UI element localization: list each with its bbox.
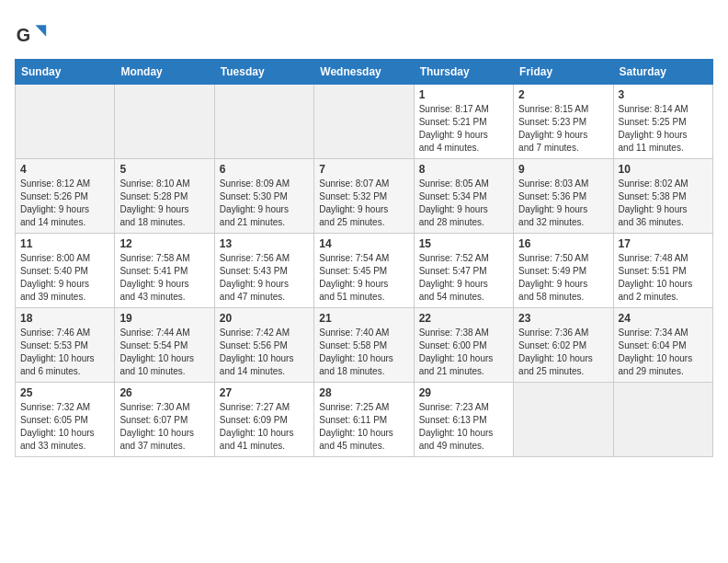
- column-header-friday: Friday: [514, 60, 613, 85]
- day-number: 27: [220, 386, 309, 399]
- calendar-cell: 24Sunrise: 7:34 AMSunset: 6:04 PMDayligh…: [613, 308, 712, 383]
- calendar-week-row: 4Sunrise: 8:12 AMSunset: 5:26 PMDaylight…: [16, 159, 713, 234]
- day-info: Sunrise: 8:17 AMSunset: 5:21 PMDaylight:…: [419, 103, 508, 155]
- calendar-cell: [613, 383, 712, 457]
- day-number: 25: [20, 386, 109, 399]
- day-number: 1: [419, 88, 508, 101]
- day-info: Sunrise: 8:05 AMSunset: 5:34 PMDaylight:…: [419, 178, 508, 229]
- day-info: Sunrise: 7:36 AMSunset: 6:02 PMDaylight:…: [518, 327, 608, 378]
- day-info: Sunrise: 7:56 AMSunset: 5:43 PMDaylight:…: [220, 252, 309, 304]
- calendar-cell: 15Sunrise: 7:52 AMSunset: 5:47 PMDayligh…: [414, 234, 513, 308]
- day-number: 28: [319, 386, 408, 399]
- day-number: 15: [419, 237, 508, 250]
- page-header: G: [15, 15, 713, 52]
- day-info: Sunrise: 8:00 AMSunset: 5:40 PMDaylight:…: [20, 252, 109, 304]
- day-number: 18: [20, 312, 109, 325]
- day-info: Sunrise: 8:09 AMSunset: 5:30 PMDaylight:…: [220, 178, 309, 229]
- day-number: 10: [619, 163, 708, 176]
- day-info: Sunrise: 8:03 AMSunset: 5:36 PMDaylight:…: [518, 178, 608, 229]
- calendar-cell: [214, 85, 313, 159]
- calendar-cell: 5Sunrise: 8:10 AMSunset: 5:28 PMDaylight…: [115, 159, 214, 234]
- calendar-cell: 22Sunrise: 7:38 AMSunset: 6:00 PMDayligh…: [414, 308, 513, 383]
- calendar-cell: 14Sunrise: 7:54 AMSunset: 5:45 PMDayligh…: [314, 234, 414, 308]
- day-number: 24: [619, 312, 708, 325]
- day-info: Sunrise: 8:15 AMSunset: 5:23 PMDaylight:…: [518, 103, 608, 155]
- logo: G: [15, 18, 51, 52]
- day-number: 14: [319, 237, 408, 250]
- day-info: Sunrise: 7:50 AMSunset: 5:49 PMDaylight:…: [518, 252, 608, 304]
- day-info: Sunrise: 8:10 AMSunset: 5:28 PMDaylight:…: [119, 178, 209, 229]
- calendar-cell: 29Sunrise: 7:23 AMSunset: 6:13 PMDayligh…: [414, 383, 513, 457]
- svg-text:G: G: [17, 25, 30, 45]
- calendar-cell: [115, 85, 214, 159]
- column-header-thursday: Thursday: [414, 60, 513, 85]
- calendar-cell: [514, 383, 613, 457]
- day-info: Sunrise: 7:34 AMSunset: 6:04 PMDaylight:…: [619, 327, 708, 378]
- calendar-cell: 20Sunrise: 7:42 AMSunset: 5:56 PMDayligh…: [214, 308, 313, 383]
- day-info: Sunrise: 8:02 AMSunset: 5:38 PMDaylight:…: [619, 178, 708, 229]
- day-number: 20: [220, 312, 309, 325]
- day-number: 2: [518, 88, 608, 101]
- calendar-cell: 7Sunrise: 8:07 AMSunset: 5:32 PMDaylight…: [314, 159, 414, 234]
- column-header-wednesday: Wednesday: [314, 60, 414, 85]
- day-number: 11: [20, 237, 109, 250]
- day-info: Sunrise: 7:32 AMSunset: 6:05 PMDaylight:…: [20, 401, 109, 453]
- column-header-tuesday: Tuesday: [214, 60, 313, 85]
- calendar-cell: 16Sunrise: 7:50 AMSunset: 5:49 PMDayligh…: [514, 234, 613, 308]
- day-info: Sunrise: 8:14 AMSunset: 5:25 PMDaylight:…: [619, 103, 708, 155]
- calendar-cell: 1Sunrise: 8:17 AMSunset: 5:21 PMDaylight…: [414, 85, 513, 159]
- calendar-cell: 23Sunrise: 7:36 AMSunset: 6:02 PMDayligh…: [514, 308, 613, 383]
- calendar-cell: 3Sunrise: 8:14 AMSunset: 5:25 PMDaylight…: [613, 85, 712, 159]
- day-number: 19: [119, 312, 209, 325]
- calendar-table: SundayMondayTuesdayWednesdayThursdayFrid…: [15, 59, 713, 457]
- calendar-week-row: 25Sunrise: 7:32 AMSunset: 6:05 PMDayligh…: [16, 383, 713, 457]
- day-number: 16: [518, 237, 608, 250]
- day-info: Sunrise: 7:52 AMSunset: 5:47 PMDaylight:…: [419, 252, 508, 304]
- calendar-cell: 9Sunrise: 8:03 AMSunset: 5:36 PMDaylight…: [514, 159, 613, 234]
- calendar-cell: 18Sunrise: 7:46 AMSunset: 5:53 PMDayligh…: [16, 308, 115, 383]
- calendar-cell: 28Sunrise: 7:25 AMSunset: 6:11 PMDayligh…: [314, 383, 414, 457]
- column-header-monday: Monday: [115, 60, 214, 85]
- calendar-cell: 8Sunrise: 8:05 AMSunset: 5:34 PMDaylight…: [414, 159, 513, 234]
- day-info: Sunrise: 7:42 AMSunset: 5:56 PMDaylight:…: [220, 327, 309, 378]
- day-info: Sunrise: 7:40 AMSunset: 5:58 PMDaylight:…: [319, 327, 408, 378]
- calendar-cell: 21Sunrise: 7:40 AMSunset: 5:58 PMDayligh…: [314, 308, 414, 383]
- day-info: Sunrise: 8:07 AMSunset: 5:32 PMDaylight:…: [319, 178, 408, 229]
- calendar-week-row: 11Sunrise: 8:00 AMSunset: 5:40 PMDayligh…: [16, 234, 713, 308]
- day-info: Sunrise: 7:25 AMSunset: 6:11 PMDaylight:…: [319, 401, 408, 453]
- day-number: 26: [119, 386, 209, 399]
- day-number: 4: [20, 163, 109, 176]
- calendar-cell: 17Sunrise: 7:48 AMSunset: 5:51 PMDayligh…: [613, 234, 712, 308]
- calendar-cell: [16, 85, 115, 159]
- day-info: Sunrise: 7:58 AMSunset: 5:41 PMDaylight:…: [119, 252, 209, 304]
- day-info: Sunrise: 8:12 AMSunset: 5:26 PMDaylight:…: [20, 178, 109, 229]
- day-info: Sunrise: 7:46 AMSunset: 5:53 PMDaylight:…: [20, 327, 109, 378]
- day-number: 8: [419, 163, 508, 176]
- calendar-cell: 11Sunrise: 8:00 AMSunset: 5:40 PMDayligh…: [16, 234, 115, 308]
- day-number: 6: [220, 163, 309, 176]
- calendar-week-row: 18Sunrise: 7:46 AMSunset: 5:53 PMDayligh…: [16, 308, 713, 383]
- day-number: 23: [518, 312, 608, 325]
- calendar-cell: 10Sunrise: 8:02 AMSunset: 5:38 PMDayligh…: [613, 159, 712, 234]
- calendar-cell: 26Sunrise: 7:30 AMSunset: 6:07 PMDayligh…: [115, 383, 214, 457]
- calendar-cell: 19Sunrise: 7:44 AMSunset: 5:54 PMDayligh…: [115, 308, 214, 383]
- day-number: 17: [619, 237, 708, 250]
- calendar-cell: 6Sunrise: 8:09 AMSunset: 5:30 PMDaylight…: [214, 159, 313, 234]
- day-number: 7: [319, 163, 408, 176]
- day-number: 9: [518, 163, 608, 176]
- calendar-header-row: SundayMondayTuesdayWednesdayThursdayFrid…: [16, 60, 713, 85]
- calendar-cell: 4Sunrise: 8:12 AMSunset: 5:26 PMDaylight…: [16, 159, 115, 234]
- column-header-sunday: Sunday: [16, 60, 115, 85]
- calendar-cell: 27Sunrise: 7:27 AMSunset: 6:09 PMDayligh…: [214, 383, 313, 457]
- calendar-cell: 12Sunrise: 7:58 AMSunset: 5:41 PMDayligh…: [115, 234, 214, 308]
- svg-marker-2: [36, 25, 47, 37]
- day-info: Sunrise: 7:30 AMSunset: 6:07 PMDaylight:…: [119, 401, 209, 453]
- calendar-cell: 2Sunrise: 8:15 AMSunset: 5:23 PMDaylight…: [514, 85, 613, 159]
- day-info: Sunrise: 7:54 AMSunset: 5:45 PMDaylight:…: [319, 252, 408, 304]
- day-number: 22: [419, 312, 508, 325]
- day-number: 29: [419, 386, 508, 399]
- logo-icon: G: [15, 18, 48, 52]
- day-info: Sunrise: 7:48 AMSunset: 5:51 PMDaylight:…: [619, 252, 708, 304]
- day-info: Sunrise: 7:38 AMSunset: 6:00 PMDaylight:…: [419, 327, 508, 378]
- day-number: 5: [119, 163, 209, 176]
